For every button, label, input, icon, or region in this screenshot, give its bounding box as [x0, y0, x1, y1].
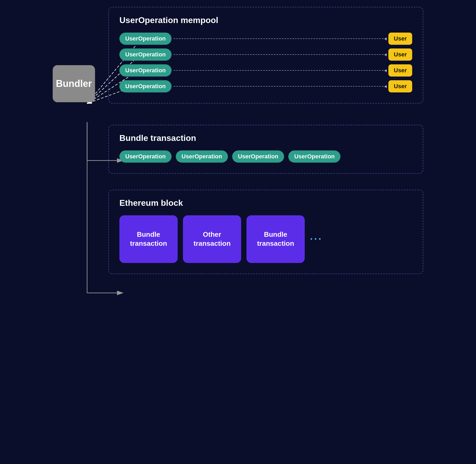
mempool-row: UserOperation User	[119, 48, 412, 61]
userop-pill: UserOperation	[119, 80, 172, 92]
bundler-label: Bundler	[56, 78, 92, 89]
bundler-section: Bundler	[53, 65, 95, 102]
mempool-row: UserOperation User	[119, 64, 412, 77]
mempool-title: UserOperation mempool	[119, 15, 412, 25]
bundler-box: Bundler	[53, 65, 95, 102]
bundle-userop-3: UserOperation	[232, 150, 284, 163]
user-pill: User	[388, 80, 412, 92]
block-bundle-2: Bundletransaction	[246, 215, 305, 263]
row-arrow-3	[174, 70, 386, 71]
eth-blocks: Bundletransaction Othertransaction Bundl…	[119, 215, 412, 263]
block-bundle-1: Bundletransaction	[119, 215, 178, 263]
mempool-row: UserOperation User	[119, 80, 412, 92]
ellipsis-dots: ···	[310, 234, 323, 245]
bundle-userop-2: UserOperation	[176, 150, 228, 163]
row-arrow-2	[174, 54, 386, 55]
row-arrow-4	[174, 86, 386, 87]
ethereum-block-title: Ethereum block	[119, 198, 412, 208]
bundle-userop-4: UserOperation	[288, 150, 340, 163]
userop-pill: UserOperation	[119, 64, 172, 77]
mempool-row: UserOperation User	[119, 33, 412, 45]
userop-pill: UserOperation	[119, 33, 172, 45]
user-pill: User	[388, 48, 412, 61]
userop-pill: UserOperation	[119, 48, 172, 61]
mempool-rows: UserOperation User UserOperation User Us…	[119, 33, 412, 92]
bundle-transaction-panel: Bundle transaction UserOperation UserOpe…	[108, 125, 423, 174]
ethereum-block-panel: Ethereum block Bundletransaction Othertr…	[108, 190, 423, 274]
user-pill: User	[388, 64, 412, 77]
bundle-transaction-title: Bundle transaction	[119, 133, 412, 143]
block-other: Othertransaction	[183, 215, 241, 263]
bundle-pills: UserOperation UserOperation UserOperatio…	[119, 150, 412, 163]
row-arrow-1	[174, 38, 386, 39]
user-pill: User	[388, 33, 412, 45]
bundle-userop-1: UserOperation	[119, 150, 172, 163]
mempool-panel: UserOperation mempool UserOperation User…	[108, 7, 423, 104]
